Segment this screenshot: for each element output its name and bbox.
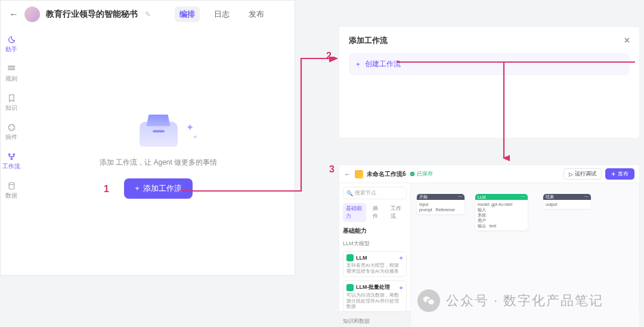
canvas-node-start[interactable]: 开始⋯ inputprompt Reference (417, 194, 465, 214)
step-label-2: 2 (326, 51, 332, 61)
group-knowledge: 知识和数据 (343, 317, 407, 325)
add-workflow-button[interactable]: + 添加工作流 (124, 178, 193, 199)
sliders-icon (7, 64, 16, 73)
database-icon (7, 181, 16, 190)
sparkle-icon: ✦ (186, 122, 194, 133)
send-icon: ✈ (611, 171, 616, 177)
svg-point-7 (9, 183, 14, 185)
puzzle-icon (7, 123, 16, 132)
svg-rect-3 (13, 69, 14, 70)
header-tabs: 编排 日志 发布 (175, 7, 269, 22)
cat-tab-basic[interactable]: 基础能力 (343, 203, 366, 222)
svg-rect-0 (8, 66, 10, 67)
cat-tab-workflow[interactable]: 工作流 (388, 203, 407, 222)
workflow-name[interactable]: 未命名工作流6 (367, 170, 406, 178)
svg-point-4 (8, 154, 10, 156)
add-workflow-dialog: 添加工作流 × + 创建工作流 (339, 26, 640, 138)
create-workflow-button[interactable]: + 创建工作流 (349, 53, 630, 75)
plus-icon: + (356, 60, 360, 69)
close-icon[interactable]: × (624, 35, 630, 46)
bookmark-icon (7, 94, 16, 103)
search-icon: 🔍 (346, 190, 353, 196)
svg-rect-2 (8, 69, 11, 70)
watermark-text: 公众号 · 数字化产品笔记 (446, 292, 603, 310)
section-title-basic: 基础能力 (343, 227, 407, 235)
group-llm: LLM大模型 (343, 240, 407, 248)
category-tabs: 基础能力 插件 工作流 (343, 203, 407, 222)
avatar[interactable] (24, 7, 40, 22)
sidebar-item-assistant[interactable]: 助手 (5, 35, 17, 54)
empty-text: 添加 工作流，让 Agent 做更多的事情 (100, 158, 217, 168)
llm-icon (346, 254, 354, 261)
step-label-3: 3 (329, 164, 335, 175)
editor-actions: ▷ 运行调试 ✈ 发布 (564, 168, 634, 180)
step-label-1: 1 (104, 184, 109, 195)
tab-log[interactable]: 日志 (209, 7, 234, 22)
workflow-icon (7, 152, 16, 161)
moon-icon (7, 35, 16, 44)
plus-icon[interactable]: + (400, 254, 403, 261)
sidebar-item-plugins[interactable]: 插件 (5, 123, 17, 141)
wechat-icon (417, 289, 440, 312)
publish-button[interactable]: ✈ 发布 (605, 168, 634, 180)
cat-tab-plugin[interactable]: 插件 (370, 203, 384, 222)
node-llm-batch[interactable]: LLM-批量处理 + 可以为你清洗数据，将数据分批处理并AI并行处理数据 (343, 280, 407, 313)
dialog-title: 添加工作流 (349, 35, 388, 46)
plus-icon: + (135, 184, 140, 193)
back-icon[interactable]: ← (9, 9, 18, 20)
empty-illustration: ✦ ✦ (132, 105, 185, 147)
node-palette: 🔍 搜索节点 基础能力 插件 工作流 基础能力 LLM大模型 LLM + 支持各… (339, 183, 411, 327)
back-icon[interactable]: ← (344, 170, 351, 178)
header: ← 教育行业领导的智能秘书 ✎ 编排 日志 发布 (1, 1, 295, 28)
dialog-title-row: 添加工作流 × (349, 35, 630, 46)
workflow-badge-icon (355, 170, 363, 178)
sidebar-item-rules[interactable]: 规则 (5, 64, 17, 83)
sidebar-item-workflow[interactable]: 工作流 (2, 152, 20, 171)
node-llm[interactable]: LLM + 支持各类AI大模型，根据需求选择专业AI为你服务 (343, 251, 407, 277)
sidebar-item-knowledge[interactable]: 知识 (5, 94, 17, 112)
left-sidebar: 助手 规则 知识 插件 (1, 28, 22, 275)
svg-point-5 (13, 154, 15, 156)
plus-icon[interactable]: + (400, 284, 403, 291)
editor-header: ← 未命名工作流6 已保存 ▷ 运行调试 ✈ 发布 (339, 165, 639, 183)
sparkle-icon-small: ✦ (193, 134, 197, 140)
svg-rect-1 (11, 66, 14, 67)
svg-point-8 (410, 172, 414, 177)
play-icon: ▷ (569, 171, 573, 177)
canvas-node-llm[interactable]: LLM⋯ model: gpt-4o-mini输入系统用户输出 text (475, 194, 528, 230)
debug-button[interactable]: ▷ 运行调试 (564, 168, 602, 180)
body: 助手 规则 知识 插件 (1, 28, 295, 275)
tab-publish[interactable]: 发布 (244, 7, 269, 22)
agent-builder-panel: ← 教育行业领导的智能秘书 ✎ 编排 日志 发布 助手 规则 (0, 0, 295, 276)
watermark: 公众号 · 数字化产品笔记 (417, 289, 603, 312)
edit-title-icon[interactable]: ✎ (145, 10, 151, 18)
sidebar-item-data[interactable]: 数据 (5, 181, 17, 200)
tab-edit[interactable]: 编排 (175, 7, 200, 22)
saved-status: 已保存 (410, 170, 433, 178)
agent-title: 教育行业领导的智能秘书 (46, 9, 138, 20)
canvas-node-end[interactable]: 结束⋯ output (543, 194, 591, 209)
svg-point-6 (11, 158, 13, 160)
llm-batch-icon (346, 284, 354, 291)
search-input[interactable]: 🔍 搜索节点 (343, 187, 407, 199)
main-empty-state: ✦ ✦ 添加 工作流，让 Agent 做更多的事情 + 添加工作流 (22, 28, 295, 275)
